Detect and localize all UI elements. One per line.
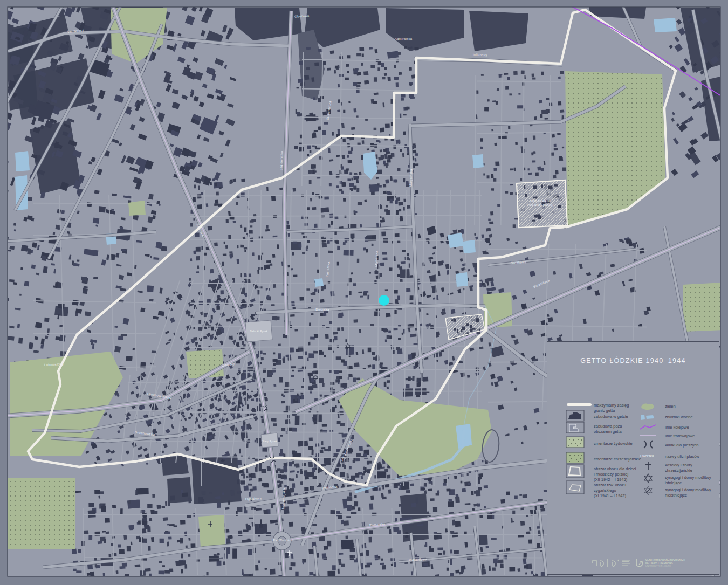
partner-logo-mark (593, 559, 619, 567)
water-icon (639, 412, 657, 422)
university-logo-glyph (636, 559, 642, 566)
synagogue-star-crossed-icon (639, 485, 657, 497)
church-cross-icon (639, 460, 657, 472)
street-label: Inflancka (473, 53, 487, 57)
gypsy-camp-swatch (566, 480, 585, 494)
center-logo-line1: CENTRUM BADAŃ ŻYDOWSKICH (645, 558, 685, 561)
partner-logos: CENTRUM BADAŃ ŻYDOWSKICH IM. FILIPA FRIE… (547, 556, 720, 570)
green-area-icon (639, 402, 657, 411)
street-label: Plac Wolności (272, 539, 291, 542)
children-camp-swatch (566, 464, 585, 478)
footbridge-icon (639, 439, 657, 450)
ghetto-map-page: Św. TeresyObozowaAdmiralskaInflanckaZgie… (0, 0, 728, 585)
street-label: Młynarska (374, 250, 378, 267)
street-label: Marysińska (409, 169, 413, 187)
street-label: i młodzieży polskiej (527, 203, 554, 207)
partner-logo-textbars (622, 560, 630, 566)
christian-cemetery-swatch (566, 452, 585, 464)
jewish-cemetery-swatch (566, 436, 585, 449)
buildings-in-ghetto-swatch (566, 410, 585, 422)
buildings-outside-ghetto-swatch (566, 422, 585, 434)
synagogue-star-icon (639, 473, 657, 485)
ghetto-boundary-swatch (566, 401, 594, 408)
logos-row: CENTRUM BADAŃ ŻYDOWSKICH IM. FILIPA FRIE… (547, 556, 719, 570)
street-label: Dworska (315, 308, 329, 311)
street-label: Łagiewnicka (279, 150, 283, 170)
street-label: Admiralska (395, 37, 413, 40)
street-label: Stary Rynek (262, 440, 277, 443)
center-logo-line2: IM. FILIPA FRIEDMANA (645, 562, 673, 565)
street-name-sample: Dworska (640, 454, 654, 458)
street-label: obóz dla dzieci (530, 199, 551, 202)
center-logo-line3: UNIWERSYTET ŁÓDZKI (645, 565, 671, 567)
street-label: Bałucki Rynek (250, 330, 268, 333)
location-marker[interactable] (379, 295, 389, 306)
legend-title: GETTO ŁÓDZKIE 1940–1944 (547, 357, 719, 364)
tram-line-icon (639, 431, 657, 439)
legend-panel: GETTO ŁÓDZKIE 1940–1944 maksymalny zasię… (547, 341, 719, 575)
railway-line-icon (639, 423, 657, 431)
